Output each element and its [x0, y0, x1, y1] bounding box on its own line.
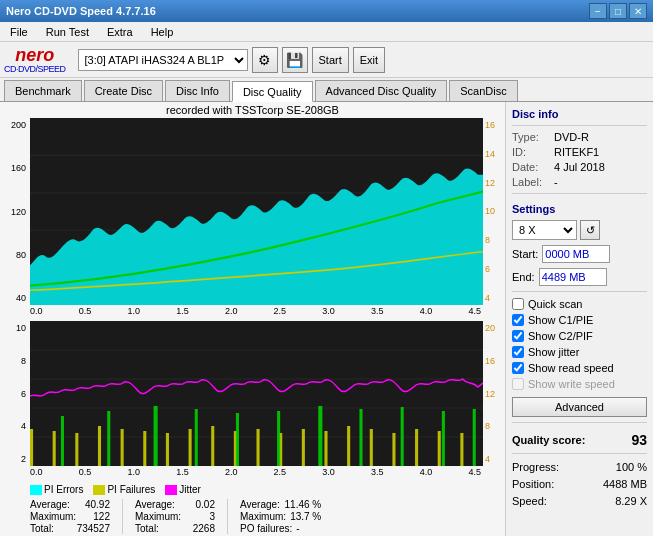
end-input[interactable] [539, 268, 607, 286]
lower-chart-canvas [30, 321, 483, 466]
advanced-button[interactable]: Advanced [512, 397, 647, 417]
show-jitter-row: Show jitter [512, 346, 647, 358]
svg-rect-26 [392, 433, 395, 466]
position-value: 4488 MB [603, 478, 647, 490]
legend-color-jitter [165, 485, 177, 495]
minimize-button[interactable]: − [589, 3, 607, 19]
disc-label-key: Label: [512, 176, 550, 188]
disc-id-key: ID: [512, 146, 550, 158]
svg-rect-33 [195, 409, 198, 466]
disc-info-separator [512, 125, 647, 126]
show-c1-pie-label: Show C1/PIE [528, 314, 593, 326]
nero-logo-text: nero [15, 46, 54, 64]
show-write-speed-label: Show write speed [528, 378, 615, 390]
drive-select[interactable]: [3:0] ATAPI iHAS324 A BL1P [78, 49, 248, 71]
svg-rect-18 [211, 426, 214, 466]
stat-pif-max-label: Maximum: [135, 511, 181, 522]
disc-date-key: Date: [512, 161, 550, 173]
stat-jitter-avg-label: Average: [240, 499, 280, 510]
upper-y-axis-left: 200 160 120 80 40 [0, 118, 28, 305]
save-icon-btn[interactable]: 💾 [282, 47, 308, 73]
stat-pif-avg-label: Average: [135, 499, 175, 510]
quality-separator [512, 422, 647, 423]
tab-create-disc[interactable]: Create Disc [84, 80, 163, 101]
svg-rect-12 [75, 433, 78, 466]
show-jitter-checkbox[interactable] [512, 346, 524, 358]
speed-select[interactable]: 8 X [512, 220, 577, 240]
legend-color-pi-failures [93, 485, 105, 495]
upper-chart-canvas [30, 118, 483, 305]
stat-pif-total-label: Total: [135, 523, 159, 534]
quality-value: 93 [631, 432, 647, 448]
show-c1-pie-checkbox[interactable] [512, 314, 524, 326]
tab-disc-info[interactable]: Disc Info [165, 80, 230, 101]
show-write-speed-checkbox [512, 378, 524, 390]
close-button[interactable]: ✕ [629, 3, 647, 19]
disc-id-row: ID: RITEKF1 [512, 146, 647, 158]
chart-title: recorded with TSSTcorp SE-208GB [0, 102, 505, 118]
svg-rect-31 [107, 411, 110, 466]
disc-date-value: 4 Jul 2018 [554, 161, 605, 173]
lower-y-axis-left: 10 8 6 4 2 [0, 321, 28, 466]
disc-id-value: RITEKF1 [554, 146, 599, 158]
stat-pie-max-value: 122 [93, 511, 110, 522]
stat-po-label: PO failures: [240, 523, 292, 534]
menu-extra[interactable]: Extra [101, 25, 139, 39]
speed-label: Speed: [512, 495, 547, 507]
settings-icon-btn[interactable]: ⚙ [252, 47, 278, 73]
stat-pie-total-label: Total: [30, 523, 54, 534]
menu-bar: File Run Test Extra Help [0, 22, 653, 42]
stat-pif-avg-value: 0.02 [196, 499, 215, 510]
position-row: Position: 4488 MB [512, 478, 647, 490]
stats-area: Average: 40.92 Maximum: 122 Total: 73452… [0, 497, 505, 536]
show-read-speed-checkbox[interactable] [512, 362, 524, 374]
main-content: recorded with TSSTcorp SE-208GB 200 160 … [0, 102, 653, 536]
stat-jitter-avg-value: 11.46 % [285, 499, 322, 510]
tab-disc-quality[interactable]: Disc Quality [232, 81, 313, 102]
tab-advanced-disc-quality[interactable]: Advanced Disc Quality [315, 80, 448, 101]
show-c1-pie-row: Show C1/PIE [512, 314, 647, 326]
show-write-speed-row: Show write speed [512, 378, 647, 390]
svg-rect-11 [53, 431, 56, 466]
title-bar: Nero CD-DVD Speed 4.7.7.16 − □ ✕ [0, 0, 653, 22]
svg-rect-10 [30, 429, 33, 466]
speed-refresh-btn[interactable]: ↺ [580, 220, 600, 240]
start-input[interactable] [542, 245, 610, 263]
svg-rect-20 [257, 429, 260, 466]
end-label: End: [512, 271, 535, 283]
stat-pi-errors: Average: 40.92 Maximum: 122 Total: 73452… [30, 499, 110, 534]
tab-benchmark[interactable]: Benchmark [4, 80, 82, 101]
svg-rect-34 [236, 413, 239, 466]
svg-rect-40 [473, 409, 476, 466]
legend-pi-errors: PI Errors [30, 484, 83, 495]
chart-legend: PI Errors PI Failures Jitter [0, 482, 505, 497]
lower-y-axis-right: 20 16 12 8 4 [483, 321, 505, 466]
stat-jitter-max-value: 13.7 % [290, 511, 321, 522]
svg-rect-17 [189, 429, 192, 466]
stat-jitter: Average: 11.46 % Maximum: 13.7 % PO fail… [240, 499, 321, 534]
settings-separator [512, 193, 647, 194]
svg-rect-16 [166, 433, 169, 466]
maximize-button[interactable]: □ [609, 3, 627, 19]
tab-scan-disc[interactable]: ScanDisc [449, 80, 517, 101]
stat-pie-avg-value: 40.92 [85, 499, 110, 510]
show-c2-pif-checkbox[interactable] [512, 330, 524, 342]
menu-file[interactable]: File [4, 25, 34, 39]
quick-scan-checkbox[interactable] [512, 298, 524, 310]
window-controls: − □ ✕ [589, 3, 647, 19]
end-field-row: End: [512, 268, 647, 286]
svg-rect-38 [401, 407, 404, 466]
stat-pie-total: Total: 734527 [30, 523, 110, 534]
svg-rect-36 [318, 406, 322, 466]
exit-button[interactable]: Exit [353, 47, 385, 73]
progress-row: Progress: 100 % [512, 461, 647, 473]
menu-run-test[interactable]: Run Test [40, 25, 95, 39]
stat-pie-avg-label: Average: [30, 499, 70, 510]
stat-jitter-max: Maximum: 13.7 % [240, 511, 321, 522]
menu-help[interactable]: Help [145, 25, 180, 39]
start-button[interactable]: Start [312, 47, 349, 73]
svg-rect-23 [324, 431, 327, 466]
stat-pif-max: Maximum: 3 [135, 511, 215, 522]
stat-po-failures: PO failures: - [240, 523, 321, 534]
show-c2-pif-row: Show C2/PIF [512, 330, 647, 342]
